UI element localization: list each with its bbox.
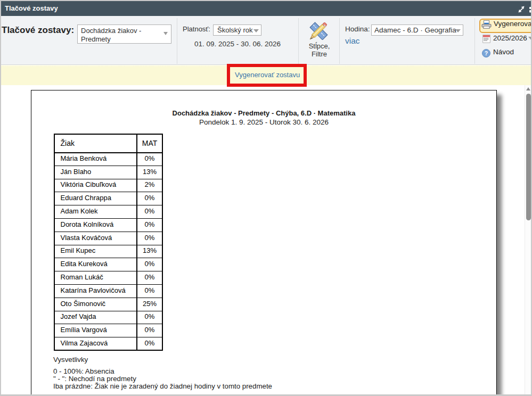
svg-text:?: ? (485, 50, 488, 56)
